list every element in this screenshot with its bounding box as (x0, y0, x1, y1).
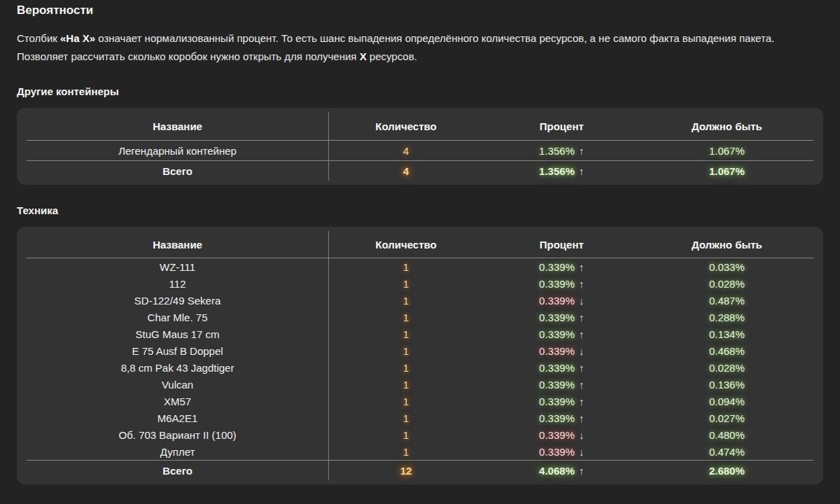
table-row: StuG Maus 17 cm10.339%↑0.134% (27, 326, 813, 342)
expected-value: 0.288% (709, 312, 745, 323)
cell-expected: 0.136% (640, 376, 813, 393)
expected-value: 1.067% (709, 145, 745, 157)
trend-up-icon: ↑ (579, 328, 584, 340)
table-header-cell: Должно быть (640, 112, 813, 141)
description-line-2: Позволяет рассчитать сколько коробок нуж… (17, 48, 823, 66)
table-header-row: НазваниеКоличествоПроцентДолжно быть (27, 112, 813, 141)
count-value: 4 (403, 165, 409, 177)
count-value: 12 (400, 465, 412, 477)
cell-expected: 0.027% (640, 410, 813, 426)
table-header-cell: Название (27, 112, 329, 141)
percent-value: 0.339% (539, 345, 575, 357)
table-header-cell: Количество (329, 231, 483, 258)
probabilities-page: Вероятности Столбик «На X» означает норм… (0, 0, 840, 504)
cell-percent: 0.339%↑ (483, 309, 640, 326)
cell-percent: 0.339%↓ (483, 443, 640, 461)
cell-percent: 0.339%↑ (483, 258, 640, 276)
stats-card: НазваниеКоличествоПроцентДолжно бытьWZ-1… (17, 227, 823, 484)
expected-value: 2.680% (709, 465, 745, 477)
cell-expected: 0.033% (640, 258, 813, 276)
cell-percent: 0.339%↑ (483, 359, 640, 376)
count-value: 1 (403, 345, 409, 357)
table-header-cell: Процент (483, 231, 640, 258)
table-row: Легендарный контейнер41.356%↑1.067% (27, 141, 813, 161)
stats-table: НазваниеКоличествоПроцентДолжно бытьWZ-1… (27, 231, 813, 480)
cell-name: Char Mle. 75 (27, 309, 329, 326)
cell-name: Дуплет (27, 443, 329, 461)
percent-value: 0.339% (539, 261, 575, 273)
table-row: Об. 703 Вариант II (100)10.339%↓0.480% (27, 426, 813, 443)
trend-up-icon: ↑ (579, 396, 584, 407)
cell-expected: 0.474% (640, 443, 813, 461)
cell-expected: 2.680% (640, 461, 813, 481)
cell-name: Vulcan (27, 376, 329, 393)
percent-value: 0.339% (539, 328, 575, 340)
cell-expected: 1.067% (640, 161, 813, 181)
expected-value: 0.094% (709, 396, 745, 407)
cell-percent: 4.068%↑ (483, 461, 640, 481)
cell-name: SD-122/49 Sekera (27, 292, 329, 309)
trend-down-icon: ↓ (579, 345, 584, 357)
count-value: 1 (403, 261, 409, 273)
table-row: Vulcan10.339%↑0.136% (27, 376, 813, 393)
cell-name: 112 (27, 275, 329, 292)
expected-value: 0.028% (709, 278, 745, 290)
cell-count: 1 (329, 426, 483, 443)
trend-up-icon: ↑ (579, 278, 584, 290)
cell-name: E 75 Ausf B Doppel (27, 342, 329, 359)
percent-value: 0.339% (539, 295, 575, 307)
cell-count: 1 (329, 342, 483, 359)
cell-expected: 0.480% (640, 426, 813, 443)
percent-value: 1.356% (539, 165, 575, 177)
table-row: XM5710.339%↑0.094% (27, 393, 813, 410)
count-value: 1 (403, 379, 409, 391)
cell-count: 1 (329, 326, 483, 342)
trend-up-icon: ↑ (579, 379, 584, 391)
cell-name: 8,8 cm Pak 43 Jagdtiger (27, 359, 329, 376)
trend-up-icon: ↑ (579, 145, 584, 157)
page-title: Вероятности (17, 3, 823, 18)
cell-count: 1 (329, 309, 483, 326)
count-value: 1 (403, 328, 409, 340)
cell-percent: 0.339%↓ (483, 342, 640, 359)
table-header-cell: Процент (483, 112, 640, 141)
count-value: 4 (403, 145, 409, 157)
table-header-cell: Должно быть (640, 231, 813, 258)
trend-up-icon: ↑ (579, 362, 584, 374)
expected-value: 0.480% (709, 429, 745, 441)
count-value: 1 (403, 396, 409, 407)
expected-value: 0.027% (709, 412, 745, 424)
expected-value: 0.134% (709, 328, 745, 340)
cell-expected: 0.134% (640, 326, 813, 342)
cell-percent: 0.339%↑ (483, 376, 640, 393)
sections-container: Другие контейнерыНазваниеКоличествоПроце… (17, 85, 823, 484)
table-row: 11210.339%↑0.028% (27, 275, 813, 292)
table-row: M6A2E110.339%↑0.027% (27, 410, 813, 426)
table-row: Дуплет10.339%↓0.474% (27, 443, 813, 461)
table-row: E 75 Ausf B Doppel10.339%↓0.468% (27, 342, 813, 359)
total-row: Всего124.068%↑2.680% (27, 461, 813, 481)
cell-expected: 0.028% (640, 275, 813, 292)
cell-name: StuG Maus 17 cm (27, 326, 329, 342)
percent-value: 0.339% (539, 396, 575, 407)
cell-expected: 0.288% (640, 309, 813, 326)
trend-down-icon: ↓ (579, 446, 584, 458)
cell-count: 1 (329, 359, 483, 376)
cell-percent: 0.339%↑ (483, 393, 640, 410)
expected-value: 0.136% (709, 379, 745, 391)
percent-value: 1.356% (539, 145, 575, 157)
cell-count: 4 (329, 161, 483, 181)
trend-up-icon: ↑ (579, 261, 584, 273)
percent-value: 0.339% (539, 446, 575, 458)
expected-value: 1.067% (709, 165, 745, 177)
table-row: 8,8 cm Pak 43 Jagdtiger10.339%↑0.028% (27, 359, 813, 376)
percent-value: 0.339% (539, 379, 575, 391)
table-header-row: НазваниеКоличествоПроцентДолжно быть (27, 231, 813, 258)
percent-value: 0.339% (539, 312, 575, 323)
cell-percent: 0.339%↓ (483, 426, 640, 443)
cell-expected: 0.028% (640, 359, 813, 376)
count-value: 1 (403, 295, 409, 307)
count-value: 1 (403, 429, 409, 441)
cell-count: 1 (329, 410, 483, 426)
trend-up-icon: ↑ (579, 465, 584, 477)
